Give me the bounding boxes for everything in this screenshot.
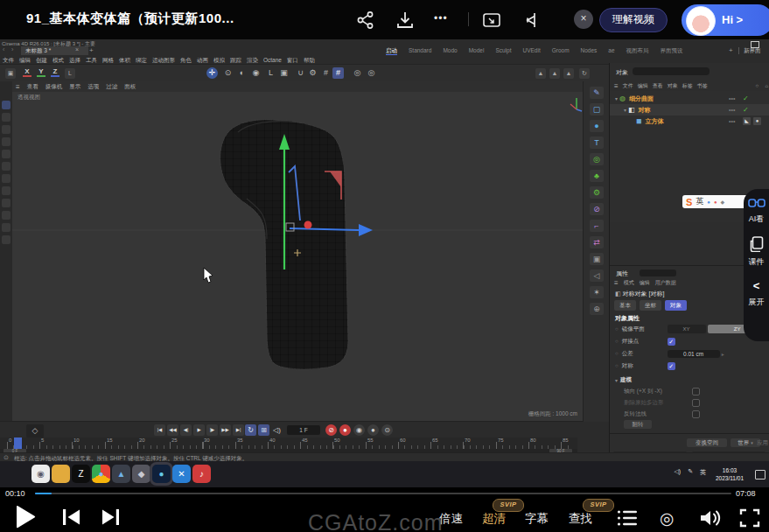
timeline-ruler[interactable]: 0510152025303540455055606570758085 [0, 438, 577, 449]
quality-button[interactable]: 超清 [482, 511, 506, 527]
mode-palette-button[interactable] [2, 101, 10, 109]
expand-caret-icon[interactable]: ▾ [624, 108, 626, 113]
menu-item[interactable]: 帮助 [304, 56, 315, 64]
om-menu-item[interactable]: 对象 [668, 82, 678, 90]
stepper-icon[interactable]: ▸ [722, 351, 724, 357]
menu-item[interactable]: 工具 [86, 56, 97, 64]
mode-palette-button[interactable] [2, 186, 10, 195]
layout-tab[interactable]: Modo [443, 46, 457, 55]
undo-icon[interactable]: ▣ [5, 68, 16, 79]
mode-palette-button[interactable] [2, 174, 10, 183]
interactive-render-icon[interactable]: ↻ [579, 68, 590, 79]
menu-item[interactable]: 模拟 [213, 56, 225, 64]
flip-button[interactable]: 翻转 [624, 420, 652, 429]
mode-palette-button[interactable] [2, 235, 10, 244]
phong-tag-icon[interactable]: ● [753, 117, 761, 125]
taskbar-app-icon[interactable]: ◉ [31, 465, 50, 483]
viewport[interactable]: ≡ 查看摄像机显示选项过滤面板 透视视图 [12, 81, 583, 422]
ai-watch-label[interactable]: AI看 [749, 214, 765, 225]
tool-strip-button[interactable]: ⇄ [590, 236, 604, 248]
render-view-icon[interactable]: ▲ [535, 68, 546, 79]
menu-item[interactable]: 角色 [180, 56, 192, 64]
menu-item[interactable]: 运动图形 [152, 56, 175, 64]
expand-label[interactable]: 展开 [749, 297, 765, 308]
menu-item[interactable]: 体积 [119, 56, 130, 64]
mirror-xy-button[interactable]: XY [668, 325, 706, 333]
keying-button[interactable]: ⊘ [325, 424, 337, 436]
menu-item[interactable]: 绑定 [136, 56, 147, 64]
tolerance-input[interactable]: 0.01 cm [668, 350, 720, 358]
key-dot-icon[interactable]: ○ [615, 326, 619, 332]
mode-palette-button[interactable] [2, 211, 10, 220]
layout-tab[interactable]: Model [469, 46, 485, 55]
transport-button[interactable]: ▶ [193, 424, 205, 436]
ime-mode[interactable]: 英 [696, 196, 703, 207]
taskbar-app-icon[interactable]: Z [72, 465, 90, 483]
om-home-icon[interactable]: ⌂ [765, 83, 768, 88]
attribute-tab[interactable]: 基本 [614, 300, 636, 311]
delete-original-checkbox[interactable] [692, 399, 700, 407]
transport-button[interactable]: ▶| [233, 424, 244, 436]
attribute-tab[interactable]: 坐标 [640, 300, 661, 311]
menu-item[interactable]: 渲染 [247, 56, 258, 64]
menu-item[interactable]: 编辑 [19, 56, 31, 64]
ime-dot-blue-icon[interactable]: ● [707, 200, 710, 205]
tool-strip-button[interactable]: ⚙ [590, 186, 604, 199]
key-dot-icon[interactable]: ○ [615, 351, 619, 356]
transport-button[interactable]: ◀◀ [167, 424, 178, 436]
rotate-tool-icon[interactable]: ◐ [236, 67, 248, 79]
space-select[interactable]: 世界 ▾ [731, 438, 760, 447]
target-a-icon[interactable]: ◎ [352, 67, 363, 79]
render-picture-viewer-icon[interactable]: ▲ [549, 68, 560, 79]
enabled-check-icon[interactable]: ✓ [743, 93, 749, 104]
weld-points-checkbox[interactable]: ✓ [668, 338, 675, 346]
courseware-icon[interactable] [750, 236, 764, 252]
layout-tab[interactable]: 视图布局 [626, 46, 649, 55]
layout-tab[interactable]: 启动 [386, 46, 397, 55]
menu-item[interactable]: 网格 [102, 56, 114, 64]
taskbar-app-icon[interactable]: ◆ [132, 465, 150, 483]
layout-tab[interactable]: Standard [409, 46, 431, 55]
notification-center-icon[interactable] [755, 470, 766, 480]
history-back-icon[interactable]: ‹ [3, 46, 4, 52]
account-pill[interactable]: Hi > [682, 4, 769, 36]
mode-palette-button[interactable] [2, 125, 10, 134]
transport-button[interactable]: |◀ [154, 424, 165, 436]
key-dot-icon[interactable]: ○ [615, 339, 619, 344]
share-icon[interactable] [356, 10, 375, 30]
taskbar-app-icon[interactable]: ✕ [172, 465, 191, 483]
om-search-icon[interactable]: ○ [755, 83, 759, 88]
ai-glasses-icon[interactable] [748, 198, 766, 209]
mode-palette-button[interactable] [2, 199, 10, 207]
section-caret-icon[interactable]: ▾ [615, 377, 618, 383]
key-dot-icon[interactable]: ○ [615, 363, 619, 368]
subtitle-button[interactable]: 字幕 [525, 511, 549, 527]
mode-palette-button[interactable] [2, 150, 10, 158]
menu-item[interactable]: 模式 [52, 56, 64, 64]
mirror-cast-icon[interactable]: ◎ [660, 508, 675, 528]
add-layout-icon[interactable]: + [729, 46, 733, 54]
layout-tab[interactable]: Groom [552, 46, 570, 55]
tray-icon[interactable]: ✎ [688, 468, 693, 477]
magnet-icon[interactable]: ∪ [295, 67, 306, 79]
snap-on-icon[interactable]: # [332, 67, 344, 79]
tool-strip-button[interactable]: ✎ [590, 87, 604, 99]
find-button[interactable]: 查找 [569, 511, 592, 527]
keying-button[interactable]: ● [367, 424, 379, 436]
axis-tool-icon[interactable]: L [265, 67, 276, 79]
om-menu-item[interactable]: 书签 [697, 82, 708, 90]
workplane-icon[interactable]: ▣ [278, 67, 290, 79]
symmetric-checkbox[interactable]: ✓ [668, 362, 675, 370]
tray-icon[interactable]: 英 [700, 468, 706, 477]
avatar[interactable] [686, 6, 716, 36]
tool-strip-button[interactable]: ♣ [590, 170, 604, 182]
taskbar-app-icon[interactable] [52, 465, 70, 483]
tool-strip-button[interactable]: ◎ [590, 153, 604, 165]
attributes-filter-input[interactable] [640, 270, 676, 276]
menu-item[interactable]: 文件 [3, 56, 14, 64]
object-name[interactable]: 立方体 [646, 118, 664, 124]
loop-button[interactable]: ⊞ [258, 424, 269, 436]
tool-strip-button[interactable]: ✶ [590, 286, 604, 298]
menu-item[interactable]: Octane [263, 56, 282, 64]
modeling-section-row[interactable]: ▾ 建模 [615, 374, 768, 385]
